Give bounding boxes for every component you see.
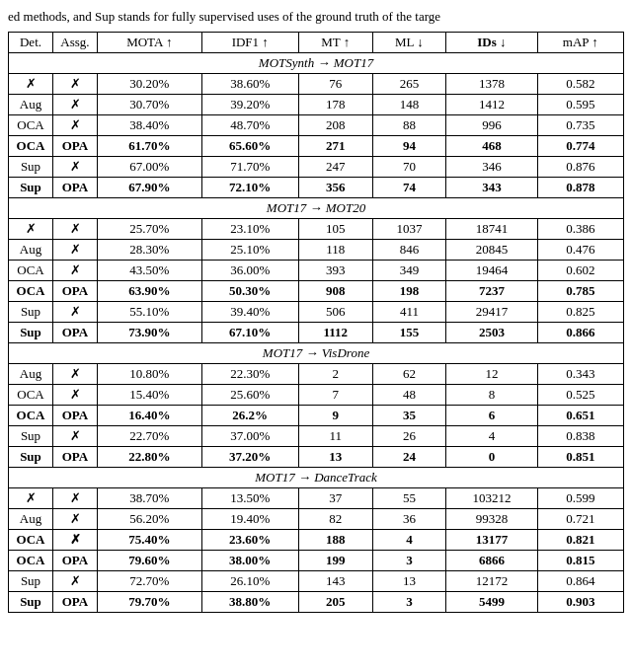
cell-map: 0.343 — [537, 364, 623, 385]
cell-mt: 13 — [298, 447, 372, 468]
col-header-assg: Assg. — [53, 33, 98, 53]
intro-text: ed methods, and Sup stands for fully sup… — [8, 8, 624, 26]
cell-ml: 846 — [372, 240, 445, 261]
cell-mt: 247 — [298, 157, 372, 178]
cell-mota: 43.50% — [98, 261, 202, 281]
cell-mota: 67.00% — [98, 157, 202, 178]
cell-ml: 88 — [372, 115, 445, 136]
section-header-row: MOT17 → VisDrone — [9, 343, 624, 364]
cell-ml: 24 — [372, 447, 445, 468]
table-row: OCAOPA79.60%38.00%199368660.815 — [9, 551, 624, 571]
table-row: Sup✗72.70%26.10%14313121720.864 — [9, 571, 624, 592]
cell-mt: 37 — [298, 488, 372, 509]
cell-idf1: 71.70% — [201, 157, 298, 178]
results-table: Det.Assg.MOTA ↑IDF1 ↑MT ↑ML ↓IDs ↓mAP ↑ … — [8, 32, 624, 613]
cell-assg: ✗ — [53, 426, 98, 447]
cell-ids: 6 — [446, 406, 538, 426]
cell-idf1: 72.10% — [201, 178, 298, 198]
cell-det: OCA — [9, 281, 53, 302]
cell-assg: ✗ — [53, 261, 98, 281]
cell-ml: 70 — [372, 157, 445, 178]
cell-map: 0.721 — [537, 509, 623, 530]
cell-map: 0.602 — [537, 261, 623, 281]
cell-ids: 18741 — [446, 219, 538, 240]
cell-mota: 30.70% — [98, 95, 202, 115]
cell-idf1: 23.60% — [201, 530, 298, 551]
cell-det: OCA — [9, 385, 53, 406]
cell-ml: 26 — [372, 426, 445, 447]
cell-ids: 20845 — [446, 240, 538, 261]
table-row: Sup✗55.10%39.40%506411294170.825 — [9, 302, 624, 323]
cell-idf1: 38.80% — [201, 592, 298, 613]
cell-mota: 67.90% — [98, 178, 202, 198]
table-row: SupOPA79.70%38.80%205354990.903 — [9, 592, 624, 613]
cell-assg: ✗ — [53, 74, 98, 95]
cell-ml: 48 — [372, 385, 445, 406]
cell-ml: 265 — [372, 74, 445, 95]
cell-mt: 208 — [298, 115, 372, 136]
cell-mota: 10.80% — [98, 364, 202, 385]
cell-mt: 356 — [298, 178, 372, 198]
cell-map: 0.582 — [537, 74, 623, 95]
table-row: OCAOPA63.90%50.30%90819872370.785 — [9, 281, 624, 302]
cell-ids: 1412 — [446, 95, 538, 115]
cell-ml: 55 — [372, 488, 445, 509]
col-header-ml: ML ↓ — [372, 33, 445, 53]
cell-assg: OPA — [53, 281, 98, 302]
cell-assg: ✗ — [53, 302, 98, 323]
cell-ids: 468 — [446, 136, 538, 157]
cell-idf1: 22.30% — [201, 364, 298, 385]
cell-ml: 35 — [372, 406, 445, 426]
cell-ml: 36 — [372, 509, 445, 530]
cell-idf1: 38.60% — [201, 74, 298, 95]
section-header-row: MOT17 → MOT20 — [9, 198, 624, 219]
cell-ids: 5499 — [446, 592, 538, 613]
cell-ids: 7237 — [446, 281, 538, 302]
cell-det: OCA — [9, 551, 53, 571]
cell-ids: 19464 — [446, 261, 538, 281]
table-row: SupOPA73.90%67.10%111215525030.866 — [9, 323, 624, 343]
cell-mt: 118 — [298, 240, 372, 261]
cell-mt: 393 — [298, 261, 372, 281]
cell-idf1: 39.40% — [201, 302, 298, 323]
cell-mt: 271 — [298, 136, 372, 157]
cell-assg: ✗ — [53, 95, 98, 115]
col-header-mota: MOTA ↑ — [98, 33, 202, 53]
col-header-map: mAP ↑ — [537, 33, 623, 53]
cell-assg: OPA — [53, 178, 98, 198]
cell-mt: 7 — [298, 385, 372, 406]
cell-mota: 22.70% — [98, 426, 202, 447]
table-row: Aug✗56.20%19.40%8236993280.721 — [9, 509, 624, 530]
cell-ml: 155 — [372, 323, 445, 343]
cell-ids: 4 — [446, 426, 538, 447]
cell-mt: 11 — [298, 426, 372, 447]
cell-ml: 148 — [372, 95, 445, 115]
col-header-idf1: IDF1 ↑ — [201, 33, 298, 53]
table-row: Sup✗22.70%37.00%112640.838 — [9, 426, 624, 447]
cell-map: 0.386 — [537, 219, 623, 240]
cell-ml: 94 — [372, 136, 445, 157]
cell-det: Sup — [9, 592, 53, 613]
cell-assg: OPA — [53, 136, 98, 157]
section-header-row: MOT17 → DanceTrack — [9, 468, 624, 488]
table-row: ✗✗38.70%13.50%37551032120.599 — [9, 488, 624, 509]
cell-mota: 72.70% — [98, 571, 202, 592]
cell-map: 0.864 — [537, 571, 623, 592]
cell-mt: 178 — [298, 95, 372, 115]
table-row: OCA✗43.50%36.00%393349194640.602 — [9, 261, 624, 281]
cell-map: 0.815 — [537, 551, 623, 571]
col-header-det: Det. — [9, 33, 53, 53]
cell-idf1: 65.60% — [201, 136, 298, 157]
cell-mota: 79.70% — [98, 592, 202, 613]
cell-assg: ✗ — [53, 488, 98, 509]
cell-assg: OPA — [53, 551, 98, 571]
cell-det: ✗ — [9, 74, 53, 95]
cell-mota: 38.70% — [98, 488, 202, 509]
cell-ml: 3 — [372, 551, 445, 571]
cell-ml: 349 — [372, 261, 445, 281]
cell-idf1: 36.00% — [201, 261, 298, 281]
cell-map: 0.821 — [537, 530, 623, 551]
cell-map: 0.825 — [537, 302, 623, 323]
cell-mt: 188 — [298, 530, 372, 551]
cell-mota: 25.70% — [98, 219, 202, 240]
